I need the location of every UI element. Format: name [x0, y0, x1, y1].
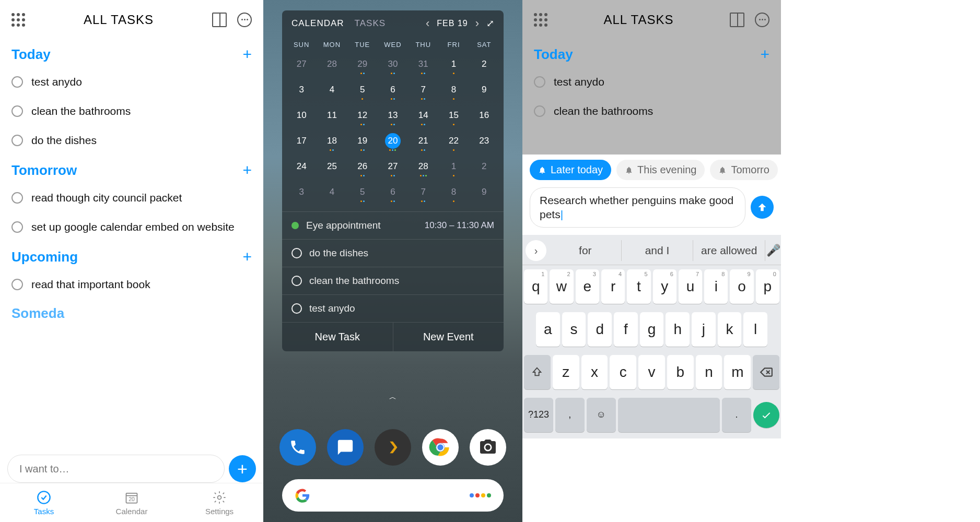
key-m[interactable]: m [724, 355, 751, 389]
symbols-key[interactable]: ?123 [524, 398, 553, 432]
calendar-day[interactable]: 26 [347, 155, 378, 181]
calendar-day[interactable]: 23 [469, 129, 499, 155]
phone-app-icon[interactable] [279, 429, 316, 466]
book-icon[interactable] [730, 13, 744, 27]
calendar-day[interactable]: 24 [286, 155, 317, 181]
calendar-day[interactable]: 19 [347, 129, 378, 155]
key-p[interactable]: p0 [756, 269, 779, 304]
calendar-day[interactable]: 2 [469, 155, 499, 181]
calendar-day[interactable]: 27 [286, 53, 317, 78]
new-event-button[interactable]: New Event [393, 323, 504, 351]
quick-add-field[interactable] [19, 463, 213, 475]
task-row[interactable]: do the dishes [0, 126, 263, 155]
key-o[interactable]: o9 [730, 269, 753, 304]
calendar-day[interactable]: 8 [438, 181, 469, 206]
calendar-day[interactable]: 3 [286, 78, 317, 104]
messages-app-icon[interactable] [327, 429, 364, 466]
calendar-day[interactable]: 28 [408, 155, 438, 181]
calendar-day[interactable]: 15 [438, 104, 469, 129]
checkbox-icon[interactable] [11, 105, 23, 117]
backspace-key[interactable] [753, 355, 779, 389]
calendar-day[interactable]: 10 [286, 104, 317, 129]
calendar-day[interactable]: 30 [378, 53, 408, 78]
calendar-day[interactable]: 25 [317, 155, 347, 181]
google-search-bar[interactable] [282, 479, 504, 512]
chip-later-today[interactable]: Later today [530, 160, 611, 180]
calendar-day[interactable]: 31 [408, 53, 438, 78]
widget-task-row[interactable]: clean the bathrooms [282, 267, 504, 294]
calendar-day[interactable]: 9 [469, 181, 499, 206]
camera-app-icon[interactable] [470, 429, 506, 466]
calendar-day[interactable]: 14 [408, 104, 438, 129]
checkbox-icon[interactable] [291, 276, 302, 286]
key-v[interactable]: v [638, 355, 665, 389]
keyboard-suggestion[interactable]: for [550, 240, 622, 261]
add-task-tomorrow-button[interactable]: + [242, 161, 252, 179]
checkbox-icon[interactable] [11, 221, 23, 233]
expand-suggestions-icon[interactable]: › [526, 240, 546, 261]
checkbox-icon[interactable] [534, 105, 545, 117]
calendar-day[interactable]: 11 [317, 104, 347, 129]
calendar-day[interactable]: 2 [469, 53, 499, 78]
key-a[interactable]: a [536, 312, 560, 347]
key-h[interactable]: h [666, 312, 690, 347]
calendar-day[interactable]: 12 [347, 104, 378, 129]
task-row[interactable]: test anydo [0, 67, 263, 97]
calendar-day[interactable]: 27 [378, 155, 408, 181]
chevron-left-icon[interactable]: ‹ [426, 18, 429, 29]
key-x[interactable]: x [581, 355, 608, 389]
calendar-day[interactable]: 17 [286, 129, 317, 155]
key-w[interactable]: w2 [550, 269, 573, 304]
tab-tasks[interactable]: Tasks [0, 483, 88, 522]
checkbox-icon[interactable] [11, 76, 23, 88]
quick-add-input[interactable] [7, 455, 225, 483]
add-task-upcoming-button[interactable]: + [242, 248, 252, 266]
google-assistant-icon[interactable] [470, 493, 491, 497]
submit-button[interactable] [751, 196, 774, 219]
key-l[interactable]: l [743, 312, 767, 347]
keyboard-suggestion[interactable]: and I [622, 240, 694, 261]
chrome-app-icon[interactable] [422, 429, 459, 466]
chevron-right-icon[interactable]: › [475, 18, 479, 29]
calendar-day[interactable]: 8 [438, 78, 469, 104]
menu-grid-icon[interactable] [534, 13, 547, 27]
task-row[interactable]: read that important book [0, 270, 263, 299]
widget-tab-tasks[interactable]: TASKS [355, 18, 386, 29]
key-n[interactable]: n [696, 355, 722, 389]
key-t[interactable]: t5 [627, 269, 650, 304]
comma-key[interactable]: , [555, 398, 585, 432]
calendar-day[interactable]: 29 [347, 53, 378, 78]
widget-task-row[interactable]: do the dishes [282, 239, 504, 267]
calendar-day[interactable]: 5 [347, 78, 378, 104]
checkbox-icon[interactable] [291, 303, 302, 314]
add-task-fab[interactable]: + [229, 455, 256, 482]
key-f[interactable]: f [614, 312, 638, 347]
calendar-day[interactable]: 1 [438, 53, 469, 78]
task-input[interactable]: Research whether penguins make good pets… [530, 187, 745, 228]
calendar-day[interactable]: 28 [317, 53, 347, 78]
calendar-day[interactable]: 5 [347, 181, 378, 206]
add-task-today-button[interactable]: + [760, 45, 769, 63]
key-q[interactable]: q1 [524, 269, 547, 304]
calendar-day[interactable]: 4 [317, 181, 347, 206]
key-r[interactable]: r4 [601, 269, 625, 304]
calendar-day[interactable]: 16 [469, 104, 499, 129]
key-d[interactable]: d [588, 312, 612, 347]
tab-calendar[interactable]: 20 Calendar [88, 483, 176, 522]
menu-grid-icon[interactable] [11, 13, 25, 27]
calendar-day[interactable]: 3 [286, 181, 317, 206]
checkbox-icon[interactable] [291, 248, 302, 258]
checkbox-icon[interactable] [11, 135, 23, 146]
period-key[interactable]: . [722, 398, 751, 432]
task-row[interactable]: set up google calendar embed on website [0, 212, 263, 242]
space-key[interactable] [618, 398, 720, 432]
more-icon[interactable] [755, 13, 769, 27]
new-task-button[interactable]: New Task [282, 323, 393, 351]
calendar-day[interactable]: 7 [408, 181, 438, 206]
key-y[interactable]: y6 [653, 269, 676, 304]
microphone-icon[interactable]: 🎤 [765, 244, 781, 257]
tab-settings[interactable]: Settings [176, 483, 263, 522]
checkbox-icon[interactable] [11, 279, 23, 290]
key-z[interactable]: z [553, 355, 579, 389]
calendar-day[interactable]: 22 [438, 129, 469, 155]
